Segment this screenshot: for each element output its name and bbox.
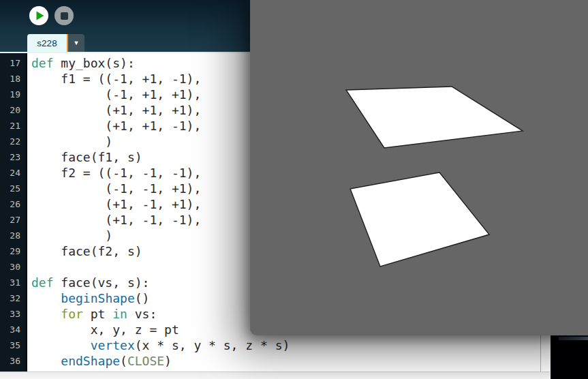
sketch-tab-label[interactable]: s228 bbox=[27, 34, 67, 52]
line-number: 26 bbox=[0, 196, 26, 212]
tab-menu-button[interactable]: ▼ bbox=[68, 34, 84, 52]
line-number: 32 bbox=[0, 290, 26, 306]
editor-scrollbar-divider bbox=[540, 335, 541, 372]
line-number: 23 bbox=[0, 149, 26, 165]
line-number: 31 bbox=[0, 275, 26, 290]
line-number: 29 bbox=[0, 243, 26, 259]
line-number: 30 bbox=[0, 259, 26, 275]
line-number: 21 bbox=[0, 118, 26, 134]
chevron-down-icon: ▼ bbox=[74, 40, 80, 46]
line-number: 35 bbox=[0, 337, 26, 353]
run-button[interactable] bbox=[29, 6, 48, 25]
line-number-gutter: 1718192021222324252627282930313233343536… bbox=[0, 53, 27, 379]
line-number: 36 bbox=[0, 353, 26, 369]
line-number: 17 bbox=[0, 55, 26, 71]
line-number: 25 bbox=[0, 181, 26, 196]
box-face-f2 bbox=[350, 172, 489, 267]
background-window-corner[interactable] bbox=[551, 335, 588, 379]
sketch-tab[interactable]: s228 ▼ bbox=[27, 34, 84, 52]
editor-footer-strip bbox=[0, 372, 550, 379]
stop-icon bbox=[61, 12, 68, 20]
box-face-f1 bbox=[346, 87, 523, 148]
stop-button[interactable] bbox=[55, 6, 74, 25]
editor-scrollbar[interactable] bbox=[541, 335, 550, 372]
line-number: 28 bbox=[0, 228, 26, 243]
code-line-35[interactable]: vertex(x * s, y * s, z * s) bbox=[31, 337, 550, 353]
line-number: 33 bbox=[0, 306, 26, 322]
line-number: 34 bbox=[0, 322, 26, 337]
line-number: 24 bbox=[0, 165, 26, 181]
sketch-canvas[interactable] bbox=[250, 0, 588, 335]
play-icon bbox=[29, 6, 48, 25]
line-number: 20 bbox=[0, 102, 26, 118]
line-number: 27 bbox=[0, 212, 26, 228]
sketch-output-window[interactable] bbox=[250, 0, 588, 335]
line-number: 22 bbox=[0, 134, 26, 149]
line-number: 18 bbox=[0, 71, 26, 87]
background-window-titlebar bbox=[559, 337, 588, 340]
line-number: 19 bbox=[0, 87, 26, 102]
code-line-36[interactable]: endShape(CLOSE) bbox=[31, 353, 550, 369]
